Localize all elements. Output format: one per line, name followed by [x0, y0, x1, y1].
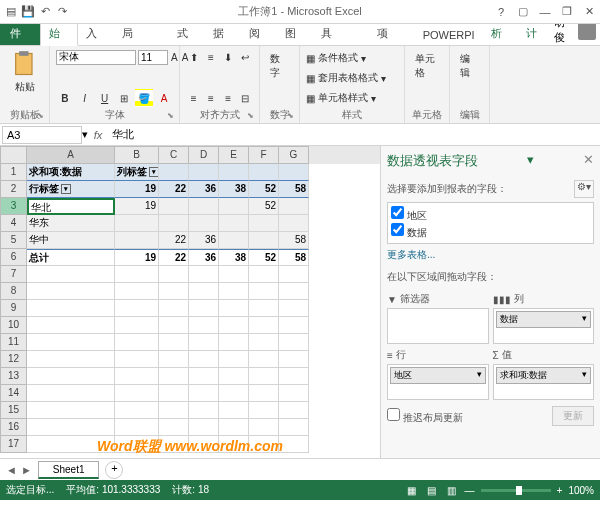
- row-header-13[interactable]: 13: [0, 368, 27, 385]
- cell[interactable]: [279, 198, 309, 215]
- table-format-button[interactable]: ▦套用表格格式▾: [306, 68, 398, 88]
- cell[interactable]: [189, 266, 219, 283]
- rows-drop-area[interactable]: 地区▾: [387, 364, 489, 400]
- cell[interactable]: [249, 164, 279, 181]
- cell[interactable]: 52: [249, 198, 279, 215]
- new-sheet-button[interactable]: +: [105, 461, 123, 479]
- paste-button[interactable]: 粘贴: [6, 48, 43, 96]
- row-header-11[interactable]: 11: [0, 334, 27, 351]
- cell[interactable]: [159, 419, 189, 436]
- row-header-1[interactable]: 1: [0, 164, 27, 181]
- values-area-item[interactable]: 求和项:数据▾: [496, 367, 592, 384]
- cell[interactable]: [279, 334, 309, 351]
- cell[interactable]: 22: [159, 249, 189, 266]
- cell[interactable]: [249, 402, 279, 419]
- cell[interactable]: [159, 368, 189, 385]
- bold-button[interactable]: B: [56, 89, 74, 107]
- cell[interactable]: [249, 385, 279, 402]
- font-name-combo[interactable]: [56, 50, 136, 65]
- cell[interactable]: 行标签▾: [27, 181, 115, 198]
- cell[interactable]: [219, 436, 249, 453]
- row-header-9[interactable]: 9: [0, 300, 27, 317]
- cell[interactable]: [115, 266, 159, 283]
- ribbon-display-icon[interactable]: ▢: [516, 5, 530, 19]
- cell[interactable]: [189, 419, 219, 436]
- field-checkbox-region[interactable]: [391, 206, 404, 219]
- cell[interactable]: [159, 436, 189, 453]
- cell[interactable]: 52: [249, 181, 279, 198]
- font-size-combo[interactable]: [138, 50, 168, 65]
- cell[interactable]: [249, 436, 279, 453]
- columns-area-item[interactable]: 数据▾: [496, 311, 592, 328]
- cell[interactable]: [249, 419, 279, 436]
- zoom-out-icon[interactable]: ―: [465, 485, 475, 496]
- wrap-text-button[interactable]: ↩: [238, 48, 253, 66]
- cell[interactable]: [115, 385, 159, 402]
- tab-powerpi[interactable]: POWERPI: [415, 26, 483, 45]
- cell[interactable]: 22: [159, 181, 189, 198]
- cell[interactable]: [279, 402, 309, 419]
- cell[interactable]: [219, 334, 249, 351]
- cell[interactable]: [159, 215, 189, 232]
- underline-button[interactable]: U: [96, 89, 114, 107]
- cell[interactable]: [249, 334, 279, 351]
- cell[interactable]: [219, 232, 249, 249]
- cell[interactable]: [279, 419, 309, 436]
- fx-button[interactable]: fx: [88, 129, 108, 141]
- col-header-f[interactable]: F: [249, 146, 279, 164]
- restore-icon[interactable]: ❐: [560, 5, 574, 19]
- zoom-slider[interactable]: [481, 489, 551, 492]
- align-middle-icon[interactable]: ≡: [203, 48, 218, 66]
- editing-button[interactable]: 编辑: [456, 48, 483, 82]
- cell[interactable]: [27, 283, 115, 300]
- cell[interactable]: [279, 368, 309, 385]
- cell[interactable]: [27, 385, 115, 402]
- cell[interactable]: 求和项:数据: [27, 164, 115, 181]
- row-header-7[interactable]: 7: [0, 266, 27, 283]
- cell[interactable]: [219, 300, 249, 317]
- cell[interactable]: [249, 266, 279, 283]
- cell[interactable]: 36: [189, 232, 219, 249]
- cell[interactable]: [27, 402, 115, 419]
- italic-button[interactable]: I: [76, 89, 94, 107]
- cell[interactable]: 52: [249, 249, 279, 266]
- cell[interactable]: 58: [279, 232, 309, 249]
- cell[interactable]: [27, 436, 115, 453]
- cell[interactable]: 华中: [27, 232, 115, 249]
- cell[interactable]: [219, 351, 249, 368]
- sheet-nav-prev-icon[interactable]: ◄: [6, 464, 17, 476]
- zoom-in-icon[interactable]: +: [557, 485, 563, 496]
- number-launcher[interactable]: ⬊: [287, 111, 297, 121]
- align-right-icon[interactable]: ≡: [221, 89, 236, 107]
- cell[interactable]: 58: [279, 249, 309, 266]
- align-left-icon[interactable]: ≡: [186, 89, 201, 107]
- cell[interactable]: 列标签▾: [115, 164, 159, 181]
- row-header-10[interactable]: 10: [0, 317, 27, 334]
- cell[interactable]: [115, 368, 159, 385]
- name-box[interactable]: [2, 126, 82, 144]
- row-header-16[interactable]: 16: [0, 419, 27, 436]
- cell[interactable]: [27, 317, 115, 334]
- more-tables-link[interactable]: 更多表格...: [387, 248, 594, 262]
- cell[interactable]: [115, 334, 159, 351]
- cell[interactable]: [219, 317, 249, 334]
- cell[interactable]: [159, 300, 189, 317]
- cells-button[interactable]: 单元格: [411, 48, 443, 82]
- font-color-button[interactable]: A: [155, 89, 173, 107]
- cell[interactable]: [115, 283, 159, 300]
- cell[interactable]: [279, 283, 309, 300]
- cell[interactable]: [189, 300, 219, 317]
- cell[interactable]: [279, 215, 309, 232]
- values-drop-area[interactable]: 求和项:数据▾: [493, 364, 595, 400]
- cell[interactable]: [189, 334, 219, 351]
- cell[interactable]: [115, 402, 159, 419]
- row-header-12[interactable]: 12: [0, 351, 27, 368]
- cell[interactable]: [279, 300, 309, 317]
- row-header-17[interactable]: 17: [0, 436, 27, 453]
- cell[interactable]: [249, 300, 279, 317]
- cell[interactable]: 19: [115, 249, 159, 266]
- cell[interactable]: [249, 351, 279, 368]
- help-icon[interactable]: ?: [494, 5, 508, 19]
- view-break-icon[interactable]: ▥: [445, 483, 459, 497]
- cell[interactable]: 58: [279, 181, 309, 198]
